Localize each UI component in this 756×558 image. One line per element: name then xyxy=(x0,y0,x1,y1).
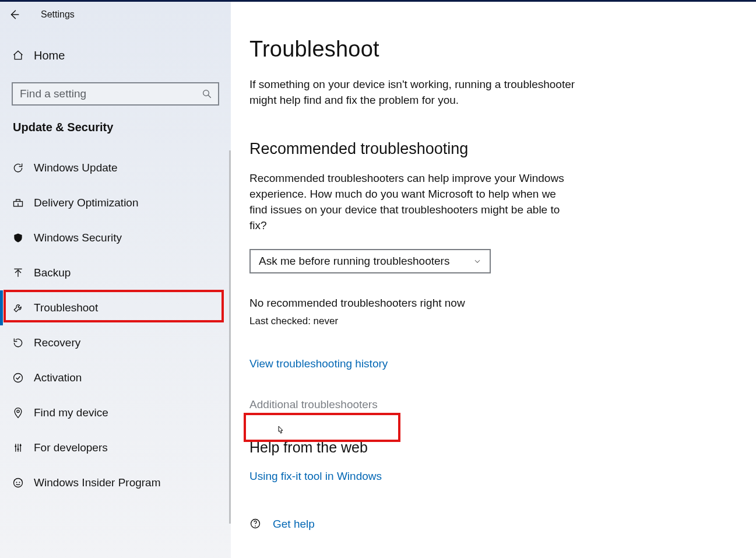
section-title: Update & Security xyxy=(0,106,231,134)
refresh-icon xyxy=(12,162,24,174)
nav-windows-insider[interactable]: Windows Insider Program xyxy=(0,465,231,500)
wrench-icon xyxy=(12,301,24,314)
chevron-down-icon xyxy=(473,257,481,265)
page-title: Troubleshoot xyxy=(249,37,756,62)
nav-windows-security[interactable]: Windows Security xyxy=(0,220,231,255)
svg-point-11 xyxy=(17,410,19,412)
window-title: Settings xyxy=(29,9,75,20)
intro-text: If something on your device isn't workin… xyxy=(249,77,576,108)
shield-icon xyxy=(12,231,24,244)
svg-point-19 xyxy=(16,482,17,483)
nav-label: Windows Update xyxy=(24,162,118,174)
nav-label: Backup xyxy=(24,266,71,279)
last-checked-text: Last checked: never xyxy=(249,315,756,327)
svg-point-20 xyxy=(19,482,20,483)
nav-label: Windows Security xyxy=(24,231,122,244)
get-help-link[interactable]: Get help xyxy=(273,518,315,531)
nav-label: For developers xyxy=(24,441,108,454)
delivery-icon xyxy=(12,196,24,209)
search-icon xyxy=(202,89,212,99)
check-circle-icon xyxy=(12,371,24,384)
recommended-dropdown[interactable]: Ask me before running troubleshooters xyxy=(249,249,491,273)
additional-troubleshooters-link[interactable]: Additional troubleshooters xyxy=(249,398,378,411)
get-help-icon xyxy=(249,518,262,531)
nav-label: Find my device xyxy=(24,406,108,419)
svg-point-10 xyxy=(14,374,23,382)
nav-label: Troubleshoot xyxy=(24,301,98,314)
nav-recovery[interactable]: Recovery xyxy=(0,325,231,360)
insider-icon xyxy=(12,476,24,489)
svg-line-6 xyxy=(208,95,211,98)
nav-label: Activation xyxy=(24,371,82,384)
recovery-icon xyxy=(12,336,24,349)
back-button[interactable] xyxy=(0,2,29,27)
nav-activation[interactable]: Activation xyxy=(0,360,231,395)
home-icon xyxy=(12,50,24,61)
location-icon xyxy=(12,406,24,419)
home-nav[interactable]: Home xyxy=(0,39,231,72)
nav-for-developers[interactable]: For developers xyxy=(0,430,231,465)
svg-point-15 xyxy=(15,445,16,447)
nav-troubleshoot[interactable]: Troubleshoot xyxy=(0,290,231,325)
nav-label: Recovery xyxy=(24,336,80,349)
developer-icon xyxy=(12,441,24,454)
active-indicator xyxy=(0,290,3,325)
nav-label: Delivery Optimization xyxy=(24,196,139,209)
help-heading: Help from the web xyxy=(249,439,756,456)
svg-point-17 xyxy=(20,444,22,446)
dropdown-value: Ask me before running troubleshooters xyxy=(259,255,449,268)
history-link[interactable]: View troubleshooting history xyxy=(249,357,388,370)
nav-delivery-optimization[interactable]: Delivery Optimization xyxy=(0,185,231,220)
home-label: Home xyxy=(24,49,65,62)
search-input[interactable] xyxy=(20,87,202,100)
svg-point-22 xyxy=(255,525,256,527)
nav-backup[interactable]: Backup xyxy=(0,255,231,290)
svg-point-5 xyxy=(203,90,209,96)
status-text: No recommended troubleshooters right now xyxy=(249,297,756,310)
nav-find-my-device[interactable]: Find my device xyxy=(0,395,231,430)
nav-label: Windows Insider Program xyxy=(24,476,161,489)
nav-windows-update[interactable]: Windows Update xyxy=(0,150,231,185)
backup-icon xyxy=(12,266,24,279)
recommended-body: Recommended troubleshooters can help imp… xyxy=(249,171,567,234)
svg-point-16 xyxy=(17,448,19,450)
search-input-wrap[interactable] xyxy=(12,82,219,106)
help-link[interactable]: Using fix-it tool in Windows xyxy=(249,470,382,483)
recommended-heading: Recommended troubleshooting xyxy=(249,140,756,158)
